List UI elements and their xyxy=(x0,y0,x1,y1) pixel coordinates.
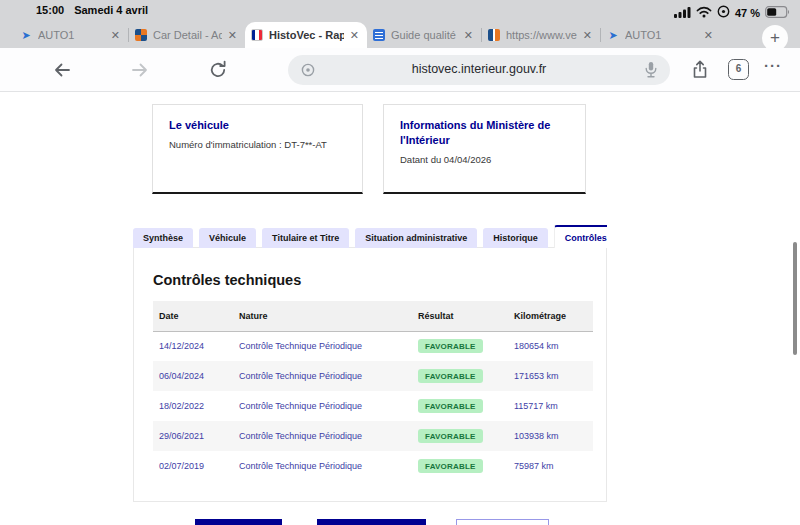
reload-button[interactable] xyxy=(208,60,228,80)
cell-date: 18/02/2022 xyxy=(153,391,233,421)
vehicle-card-title: Le véhicule xyxy=(169,118,346,133)
browser-tab-auto1[interactable]: ➤ AUTO1 ✕ xyxy=(14,22,128,48)
ministry-card-subtitle: Datant du 04/04/2026 xyxy=(400,154,569,165)
col-header-nature: Nature xyxy=(233,301,412,331)
vehicle-card: Le véhicule Numéro d'immatriculation : D… xyxy=(152,104,363,194)
french-flag-favicon-icon xyxy=(251,29,263,41)
browser-tab-auto1-2[interactable]: ➤ AUTO1 ✕ xyxy=(601,22,721,48)
table-row: 29/06/2021 Contrôle Technique Périodique… xyxy=(153,421,593,451)
footer-primary-button-2[interactable] xyxy=(317,519,426,525)
tab-titulaire-et-titre[interactable]: Titulaire et Titre xyxy=(262,228,349,248)
cell-nature: Contrôle Technique Périodique xyxy=(233,451,412,481)
cell-nature: Contrôle Technique Périodique xyxy=(233,331,412,361)
status-datetime: 15:00 Samedi 4 avril xyxy=(36,4,148,16)
battery-percent: 47 % xyxy=(735,7,760,19)
browser-tab-histovec-active[interactable]: HistoVec - Rap ✕ xyxy=(245,22,367,48)
tab-vehicule[interactable]: Véhicule xyxy=(199,228,256,248)
footer-primary-button-1[interactable] xyxy=(195,519,282,525)
date: Samedi 4 avril xyxy=(74,4,148,16)
cellular-signal-icon xyxy=(674,4,691,22)
page-scrollbar[interactable] xyxy=(793,242,797,355)
cell-nature: Contrôle Technique Périodique xyxy=(233,391,412,421)
url-text: histovec.interieur.gouv.fr xyxy=(288,62,670,76)
browser-tab-label: Car Detail - Ad xyxy=(153,29,222,41)
auto1-favicon-icon: ➤ xyxy=(20,29,32,41)
orientation-lock-icon xyxy=(717,4,730,22)
status-badge: FAVORABLE xyxy=(418,399,483,413)
forward-button[interactable] xyxy=(130,60,150,80)
report-tab-bar: Synthèse Véhicule Titulaire et Titre Sit… xyxy=(133,225,607,248)
table-row: 14/12/2024 Contrôle Technique Périodique… xyxy=(153,331,593,361)
cell-date: 06/04/2024 xyxy=(153,361,233,391)
cell-result: FAVORABLE xyxy=(412,361,508,391)
cell-km: 75987 km xyxy=(508,451,593,481)
status-badge: FAVORABLE xyxy=(418,339,483,353)
car-detail-favicon-icon xyxy=(135,29,147,41)
close-tab-icon[interactable]: ✕ xyxy=(111,29,120,42)
browser-tab-guide-qualite[interactable]: Guide qualité - ✕ xyxy=(367,22,481,48)
browser-tab-www-ve[interactable]: https://www.ve ✕ xyxy=(482,22,600,48)
browser-tab-label: https://www.ve xyxy=(506,29,577,41)
close-tab-icon[interactable]: ✕ xyxy=(464,29,473,42)
cell-date: 14/12/2024 xyxy=(153,331,233,361)
cell-result: FAVORABLE xyxy=(412,421,508,451)
browser-tab-label: HistoVec - Rap xyxy=(269,29,344,41)
ve-favicon-icon xyxy=(488,29,500,41)
table-row: 18/02/2022 Contrôle Technique Périodique… xyxy=(153,391,593,421)
histovec-page: Le véhicule Numéro d'immatriculation : D… xyxy=(0,93,800,525)
close-tab-icon[interactable]: ✕ xyxy=(350,29,359,42)
tab-situation-administrative[interactable]: Situation administrative xyxy=(355,228,477,248)
footer-secondary-button[interactable] xyxy=(456,519,549,525)
clock: 15:00 xyxy=(36,4,64,16)
tab-historique[interactable]: Historique xyxy=(483,228,548,248)
ipad-screen: 15:00 Samedi 4 avril 47 % xyxy=(0,0,800,525)
status-icons: 47 % xyxy=(674,4,790,22)
browser-tab-label: AUTO1 xyxy=(38,29,105,41)
close-tab-icon[interactable]: ✕ xyxy=(228,29,237,42)
microphone-icon[interactable] xyxy=(644,61,658,83)
tab-count-button[interactable]: 6 xyxy=(728,59,749,80)
status-bar: 15:00 Samedi 4 avril 47 % xyxy=(0,0,800,22)
back-button[interactable] xyxy=(52,60,72,80)
status-badge: FAVORABLE xyxy=(418,429,483,443)
browser-nav-bar: histovec.interieur.gouv.fr 6 ··· xyxy=(0,48,800,92)
tab-synthese[interactable]: Synthèse xyxy=(133,228,193,248)
ministry-card: Informations du Ministère de l'Intérieur… xyxy=(383,104,586,194)
table-row: 06/04/2024 Contrôle Technique Périodique… xyxy=(153,361,593,391)
close-tab-icon[interactable]: ✕ xyxy=(704,29,713,42)
ministry-card-title: Informations du Ministère de l'Intérieur xyxy=(400,118,569,148)
cell-km: 103938 km xyxy=(508,421,593,451)
status-badge: FAVORABLE xyxy=(418,369,483,383)
cell-km: 171653 km xyxy=(508,361,593,391)
controles-techniques-panel: Contrôles techniques Date Nature Résulta… xyxy=(133,247,607,502)
url-bar[interactable]: histovec.interieur.gouv.fr xyxy=(288,55,670,85)
wifi-icon xyxy=(696,4,712,22)
col-header-date: Date xyxy=(153,301,233,331)
browser-tab-strip: ➤ AUTO1 ✕ Car Detail - Ad ✕ HistoVec - R… xyxy=(0,22,800,48)
col-header-resultat: Résultat xyxy=(412,301,508,331)
page-title: Contrôles techniques xyxy=(153,272,301,288)
inspections-table: Date Nature Résultat Kilométrage 14/12/2… xyxy=(153,301,593,481)
cell-km: 115717 km xyxy=(508,391,593,421)
cell-km: 180654 km xyxy=(508,331,593,361)
close-tab-icon[interactable]: ✕ xyxy=(583,29,592,42)
browser-tab-label: AUTO1 xyxy=(625,29,698,41)
battery-icon xyxy=(765,4,790,22)
status-badge: FAVORABLE xyxy=(418,459,483,473)
cell-date: 02/07/2019 xyxy=(153,451,233,481)
browser-tab-car-detail[interactable]: Car Detail - Ad ✕ xyxy=(129,22,245,48)
browser-tab-label: Guide qualité - xyxy=(391,29,458,41)
cell-nature: Contrôle Technique Périodique xyxy=(233,361,412,391)
vehicle-card-subtitle: Numéro d'immatriculation : DT-7**-AT xyxy=(169,139,346,150)
tab-controles-techniques[interactable]: Contrôles techniques xyxy=(554,225,607,248)
more-menu-button[interactable]: ··· xyxy=(764,57,782,74)
guide-favicon-icon xyxy=(373,29,385,41)
table-header-row: Date Nature Résultat Kilométrage xyxy=(153,301,593,331)
share-icon[interactable] xyxy=(690,60,710,80)
cell-result: FAVORABLE xyxy=(412,451,508,481)
col-header-kilometrage: Kilométrage xyxy=(508,301,593,331)
cell-result: FAVORABLE xyxy=(412,391,508,421)
browser-chrome: 15:00 Samedi 4 avril 47 % xyxy=(0,0,800,48)
cell-nature: Contrôle Technique Périodique xyxy=(233,421,412,451)
cell-date: 29/06/2021 xyxy=(153,421,233,451)
